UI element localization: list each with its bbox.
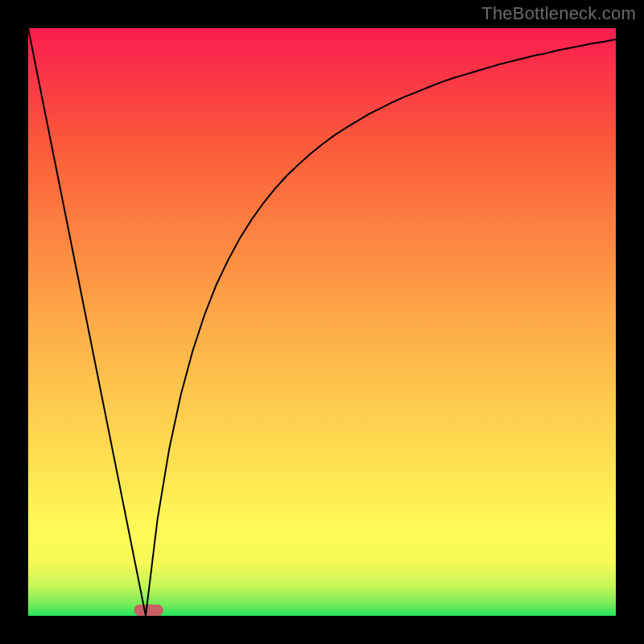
watermark-text: TheBottleneck.com xyxy=(481,3,636,24)
chart-plot-area xyxy=(28,28,616,616)
svg-rect-0 xyxy=(134,605,163,616)
chart-svg xyxy=(28,28,616,616)
chart-frame: TheBottleneck.com xyxy=(0,0,644,644)
chart-background xyxy=(28,28,616,616)
minimum-marker xyxy=(134,605,163,616)
